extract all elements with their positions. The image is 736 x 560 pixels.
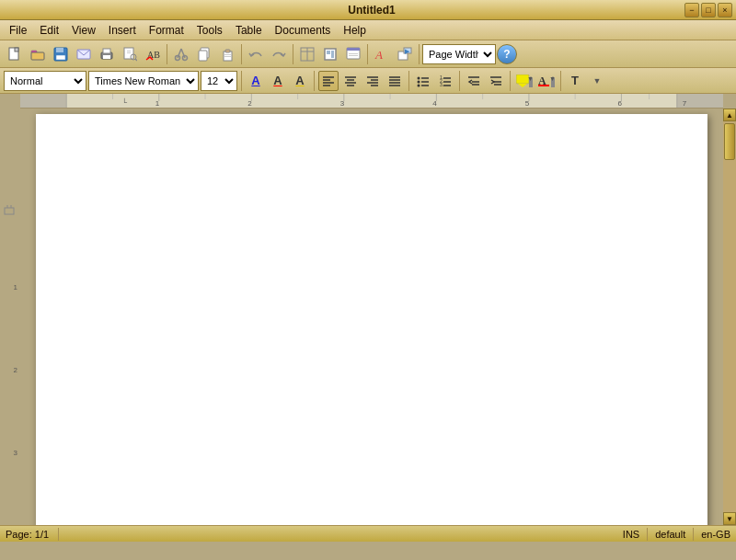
ruler-right-spacer [723, 94, 736, 109]
format-more-button[interactable]: ▼ [587, 71, 607, 91]
svg-rect-35 [349, 53, 358, 54]
decrease-indent-button[interactable] [464, 71, 484, 91]
help-button[interactable]: ? [497, 44, 517, 64]
view-normal-button[interactable] [319, 43, 341, 65]
svg-text:6: 6 [617, 99, 622, 108]
sep-fmt1 [241, 71, 242, 91]
svg-rect-82 [20, 94, 66, 109]
scroll-up-button[interactable]: ▲ [723, 109, 736, 121]
svg-marker-76 [518, 84, 527, 87]
window-controls: − □ × [684, 3, 732, 17]
menu-bar: File Edit View Insert Format Tools Table… [0, 20, 736, 40]
main-toolbar: ABC A ▶ Page Width Entire Page 50% 75% 1… [0, 40, 736, 68]
status-bar: Page: 1/1 INS default en-GB [0, 525, 736, 542]
font-size-select[interactable]: 891011 12 14161824 [201, 71, 237, 91]
sep2 [241, 44, 242, 64]
scroll-track[interactable] [723, 121, 736, 512]
highlighting-button[interactable]: ▼ [514, 71, 535, 91]
svg-text:A: A [374, 48, 383, 62]
ins-mode[interactable]: INS [623, 529, 639, 540]
minimize-button[interactable]: − [684, 3, 699, 17]
svg-rect-12 [127, 51, 131, 51]
menu-table[interactable]: Table [230, 22, 268, 39]
svg-rect-36 [349, 55, 358, 56]
menu-help[interactable]: Help [338, 22, 372, 39]
align-justify-button[interactable] [385, 71, 405, 91]
status-right: INS default en-GB [623, 528, 730, 541]
zoom-select[interactable]: Page Width Entire Page 50% 75% 100% 150%… [422, 44, 496, 64]
font-bg-button[interactable]: A [290, 71, 310, 91]
svg-text:7: 7 [683, 99, 687, 108]
page-marker-3: 3 [14, 449, 17, 457]
close-button[interactable]: × [718, 3, 732, 17]
new-button[interactable] [4, 43, 26, 65]
print-preview-button[interactable] [119, 43, 141, 65]
title-bar: Untitled1 − □ × [0, 0, 736, 20]
align-left-button[interactable] [318, 71, 339, 91]
text-format-button[interactable]: T [565, 71, 585, 91]
svg-rect-24 [225, 50, 230, 52]
menu-insert[interactable]: Insert [103, 22, 142, 39]
menu-documents[interactable]: Documents [270, 22, 337, 39]
menu-format[interactable]: Format [144, 22, 190, 39]
ruler-margin [0, 94, 20, 109]
sep-fmt4 [459, 71, 460, 91]
font-highlight-button[interactable]: A [268, 71, 288, 91]
maximize-button[interactable]: □ [701, 3, 716, 17]
formatting-toolbar: Normal Heading 1 Heading 2 Heading 3 Def… [0, 68, 736, 94]
svg-point-61 [418, 84, 420, 86]
paragraph-style-select[interactable]: Normal Heading 1 Heading 2 Heading 3 Def… [4, 71, 86, 91]
document-canvas[interactable] [20, 109, 723, 525]
menu-tools[interactable]: Tools [191, 22, 228, 39]
copy-button[interactable] [193, 43, 215, 65]
document-page[interactable] [36, 114, 707, 525]
insert-object-button[interactable]: ▶ [394, 43, 416, 65]
fontwork-button[interactable]: A [371, 43, 393, 65]
undo-button[interactable] [245, 43, 267, 65]
redo-button[interactable] [268, 43, 290, 65]
increase-indent-button[interactable] [486, 71, 506, 91]
font-family-select[interactable]: Times New Roman Arial Courier New Verdan… [88, 71, 199, 91]
scroll-thumb[interactable] [724, 123, 735, 160]
vertical-scrollbar: ▲ ▼ [723, 109, 736, 525]
svg-rect-79 [538, 85, 549, 86]
print-button[interactable] [96, 43, 118, 65]
svg-text:1: 1 [155, 99, 160, 108]
align-right-button[interactable] [362, 71, 383, 91]
svg-rect-25 [224, 54, 231, 55]
spellcheck-button[interactable]: ABC [142, 43, 164, 65]
email-button[interactable] [73, 43, 95, 65]
status-sep1 [58, 528, 59, 541]
font-color-a-button[interactable]: A [246, 71, 266, 91]
scroll-down-button[interactable]: ▼ [723, 512, 736, 525]
paste-button[interactable] [216, 43, 238, 65]
align-center-button[interactable] [340, 71, 361, 91]
svg-rect-22 [199, 51, 207, 61]
unordered-list-button[interactable] [413, 71, 433, 91]
svg-rect-26 [224, 56, 231, 57]
sep5 [419, 44, 420, 64]
save-button[interactable] [50, 43, 72, 65]
menu-view[interactable]: View [66, 22, 101, 39]
view-web-button[interactable] [342, 43, 364, 65]
svg-rect-34 [347, 48, 360, 51]
ordered-list-button[interactable]: 1.2.3. [435, 71, 455, 91]
svg-text:5: 5 [525, 99, 530, 108]
menu-edit[interactable]: Edit [34, 22, 64, 39]
svg-text:3.: 3. [440, 82, 443, 87]
insert-table-button[interactable] [296, 43, 318, 65]
svg-text:4: 4 [432, 99, 437, 108]
window-title: Untitled1 [59, 4, 684, 17]
cut-button[interactable] [170, 43, 192, 65]
selection-mode: default [655, 529, 685, 540]
sep-fmt6 [560, 71, 561, 91]
locale-label: en-GB [701, 529, 730, 540]
svg-text:3: 3 [340, 99, 345, 108]
svg-point-59 [418, 80, 420, 83]
font-color-picker-button[interactable]: A ▼ [536, 71, 557, 91]
menu-file[interactable]: File [4, 22, 32, 39]
status-sep3 [693, 528, 694, 541]
svg-point-57 [418, 76, 420, 79]
open-button[interactable] [27, 43, 49, 65]
sep4 [367, 44, 368, 64]
